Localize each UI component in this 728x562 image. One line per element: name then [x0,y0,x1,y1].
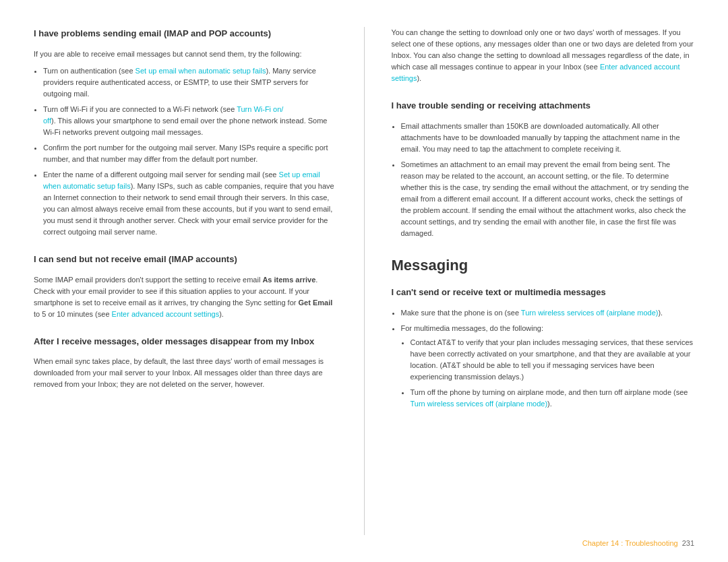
link-advanced-settings-1[interactable]: Enter advanced account settings [112,310,220,318]
section-problems-sending-list: Turn on authentication (see Set up email… [34,65,337,239]
footer-chapter: Chapter 14 : Troubleshooting [582,538,678,549]
list-item-4: Enter the name of a different outgoing m… [43,169,337,238]
link-wifi[interactable]: Turn Wi-Fi on/off [43,105,283,125]
section-attachments: I have trouble sending or receiving atta… [392,99,695,239]
section-send-not-receive-title: I can send but not receive email (IMAP a… [34,253,337,266]
link-setup-email-2[interactable]: Set up email when automatic setup fails [43,170,320,190]
messaging-item-2: For multimedia messages, do the followin… [401,323,695,410]
messaging-sublist: Contact AT&T to verify that your plan in… [401,337,695,410]
list-item-1: Turn on authentication (see Set up email… [43,65,337,100]
messaging-list: Make sure that the phone is on (see Turn… [392,307,695,410]
link-setup-email-1[interactable]: Set up email when automatic setup fails [135,67,266,75]
link-advanced-settings-2[interactable]: Enter advanced account settings [392,63,680,82]
messaging-title: Messaging [392,254,695,276]
list-item-2: Turn off Wi-Fi if you are connected to a… [43,104,337,138]
section-messaging: Messaging I can't send or receive text o… [392,254,695,410]
section-send-not-receive-body: Some IMAP email providers don't support … [34,274,337,320]
link-wireless-2[interactable]: Turn wireless services off (airplane mod… [411,400,548,408]
section-problems-sending-intro: If you are able to receive email message… [34,49,337,60]
list-item-3: Confirm the port number for the outgoing… [43,142,337,165]
section-attachments-list: Email attachments smaller than 150KB are… [392,121,695,239]
section-older-messages-body: When email sync takes place, by default,… [34,356,337,390]
footer: Chapter 14 : Troubleshooting 231 [582,538,694,549]
footer-page: 231 [682,538,694,549]
section-attachments-title: I have trouble sending or receiving atta… [392,99,695,113]
messaging-subsection-title: I can't send or receive text or multimed… [392,286,695,299]
right-column: You can change the setting to download o… [392,27,695,535]
attachment-item-2: Sometimes an attachment to an email may … [401,159,695,239]
messaging-item-1: Make sure that the phone is on (see Turn… [401,307,695,319]
section-older-messages: After I receive messages, older messages… [34,335,337,391]
section-problems-sending-title: I have problems sending email (IMAP and … [34,27,337,40]
bold-as-items-arrive: As items arrive [262,276,315,284]
section-continuation: You can change the setting to download o… [392,27,695,84]
continuation-body: You can change the setting to download o… [392,27,695,84]
attachment-item-1: Email attachments smaller than 150KB are… [401,121,695,155]
messaging-sub-item-2: Turn off the phone by turning on airplan… [411,387,695,410]
section-problems-sending: I have problems sending email (IMAP and … [34,27,337,238]
section-send-not-receive: I can send but not receive email (IMAP a… [34,253,337,320]
left-column: I have problems sending email (IMAP and … [34,27,337,535]
link-wireless-1[interactable]: Turn wireless services off (airplane mod… [521,309,659,317]
column-divider [364,27,365,535]
bold-get-email: Get Email [299,299,333,307]
messaging-sub-item-1: Contact AT&T to verify that your plan in… [411,337,695,383]
section-older-messages-title: After I receive messages, older messages… [34,335,337,348]
page-container: I have problems sending email (IMAP and … [0,0,728,562]
